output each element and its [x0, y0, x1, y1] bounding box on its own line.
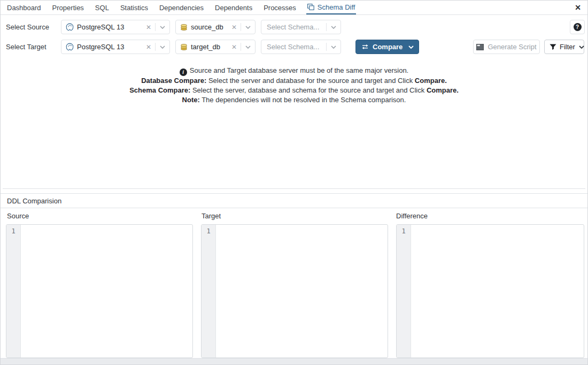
- compare-instructions: iSource and Target database server must …: [1, 66, 587, 105]
- info-line-database-compare: Database Compare: Select the server and …: [1, 76, 587, 86]
- chevron-down-icon[interactable]: [156, 26, 169, 29]
- tab-label: Processes: [264, 4, 296, 12]
- generate-script-button[interactable]: Generate Script: [473, 40, 540, 54]
- database-icon: [180, 43, 188, 51]
- compare-arrows-icon: [361, 44, 369, 50]
- ddl-comparison-title: DDL Comparision: [7, 197, 61, 205]
- tab-properties[interactable]: Properties: [51, 1, 85, 14]
- tab-sql[interactable]: SQL: [94, 1, 110, 14]
- code-area[interactable]: [411, 225, 584, 358]
- tab-label: Dependents: [215, 4, 252, 12]
- source-server-value: PostgreSQL 13: [77, 23, 142, 31]
- close-icon[interactable]: ✕: [575, 3, 581, 12]
- info-line-schema-compare: Schema Compare: Select the server, datab…: [1, 86, 587, 95]
- info-line-note: Note: The dependencies will not be resol…: [1, 95, 587, 105]
- chevron-down-icon[interactable]: [241, 26, 255, 29]
- chevron-down-icon[interactable]: [579, 45, 584, 49]
- target-schema-select[interactable]: Select Schema...: [261, 40, 341, 54]
- code-area[interactable]: [21, 225, 192, 358]
- info-bold-suffix: Compare.: [415, 77, 447, 85]
- section-divider: [3, 188, 585, 189]
- tab-bar: Dashboard Properties SQL Statistics Depe…: [1, 1, 587, 15]
- schema-diff-icon: [307, 4, 314, 11]
- postgresql-icon: [66, 43, 74, 51]
- info-icon: i: [180, 69, 187, 76]
- chevron-down-icon[interactable]: [405, 45, 419, 49]
- tab-label: Dashboard: [7, 4, 41, 12]
- target-database-value: target_db: [191, 43, 228, 51]
- line-number-gutter: 1: [202, 225, 216, 358]
- filter-button[interactable]: Filter: [544, 40, 584, 54]
- ddl-difference-label: Difference: [396, 212, 428, 220]
- ddl-source-label: Source: [7, 212, 29, 220]
- tab-label: Statistics: [120, 4, 148, 12]
- filter-funnel-icon: [550, 44, 556, 50]
- clear-icon[interactable]: ✕: [142, 43, 155, 51]
- info-bold-suffix: Compare.: [427, 86, 459, 94]
- info-line-version: iSource and Target database server must …: [1, 66, 587, 76]
- info-text: Select the server, database and schema f…: [192, 86, 424, 94]
- tab-dependencies[interactable]: Dependencies: [158, 1, 205, 14]
- help-icon: ?: [574, 23, 582, 31]
- source-database-value: source_db: [191, 23, 228, 31]
- source-database-select[interactable]: source_db ✕: [175, 20, 256, 34]
- clear-icon[interactable]: ✕: [142, 24, 155, 31]
- line-number: 1: [401, 227, 405, 235]
- line-number-gutter: 1: [6, 225, 21, 358]
- database-icon: [180, 24, 188, 31]
- ddl-difference-editor[interactable]: 1: [396, 224, 584, 358]
- line-number: 1: [11, 227, 15, 235]
- help-button[interactable]: ?: [570, 20, 585, 34]
- bottom-strip: [1, 358, 587, 364]
- ddl-comparison-header: DDL Comparision: [1, 193, 587, 208]
- clear-icon[interactable]: ✕: [228, 24, 241, 31]
- select-source-label: Select Source: [6, 20, 49, 34]
- tab-statistics[interactable]: Statistics: [119, 1, 149, 14]
- chevron-down-icon[interactable]: [156, 45, 169, 49]
- clear-icon[interactable]: ✕: [228, 43, 241, 51]
- generate-script-label: Generate Script: [488, 43, 536, 51]
- info-text: Select the server and database for the s…: [208, 77, 413, 85]
- source-schema-select[interactable]: Select Schema...: [261, 20, 341, 34]
- ddl-source-editor[interactable]: 1: [6, 224, 193, 358]
- tab-label: SQL: [95, 4, 109, 12]
- postgresql-icon: [66, 23, 74, 31]
- info-text: Source and Target database server must b…: [190, 66, 408, 74]
- info-bold-label: Schema Compare:: [129, 86, 190, 94]
- schema-diff-panel: { "icons": { "close": "✕", "clear": "✕",…: [0, 0, 588, 365]
- tab-label: Schema Diff: [318, 3, 355, 11]
- line-number: 1: [206, 227, 210, 235]
- target-database-select[interactable]: target_db ✕: [175, 40, 256, 54]
- code-area[interactable]: [216, 225, 388, 358]
- select-target-label: Select Target: [6, 40, 47, 54]
- info-bold-label: Note:: [182, 96, 200, 104]
- line-number-gutter: 1: [397, 225, 411, 358]
- filter-button-label: Filter: [560, 43, 575, 51]
- chevron-down-icon[interactable]: [241, 45, 255, 49]
- tab-dependents[interactable]: Dependents: [214, 1, 253, 14]
- source-schema-placeholder: Select Schema...: [267, 23, 326, 31]
- tab-label: Properties: [52, 4, 84, 12]
- chevron-down-icon[interactable]: [327, 26, 341, 29]
- info-bold-label: Database Compare:: [141, 77, 206, 85]
- target-server-select[interactable]: PostgreSQL 13 ✕: [61, 40, 170, 54]
- tab-schema-diff[interactable]: Schema Diff: [306, 1, 357, 14]
- ddl-target-label: Target: [202, 212, 221, 220]
- tab-processes[interactable]: Processes: [262, 1, 297, 14]
- target-schema-placeholder: Select Schema...: [267, 43, 326, 51]
- tab-dashboard[interactable]: Dashboard: [6, 1, 42, 14]
- info-text: The dependencies will not be resolved in…: [202, 96, 406, 104]
- compare-button[interactable]: Compare: [355, 40, 419, 54]
- script-icon: [476, 44, 484, 50]
- chevron-down-icon[interactable]: [327, 45, 341, 49]
- ddl-target-editor[interactable]: 1: [201, 224, 388, 358]
- target-server-value: PostgreSQL 13: [77, 43, 142, 51]
- source-server-select[interactable]: PostgreSQL 13 ✕: [61, 20, 170, 34]
- compare-button-label: Compare: [373, 43, 403, 51]
- tab-label: Dependencies: [159, 4, 204, 12]
